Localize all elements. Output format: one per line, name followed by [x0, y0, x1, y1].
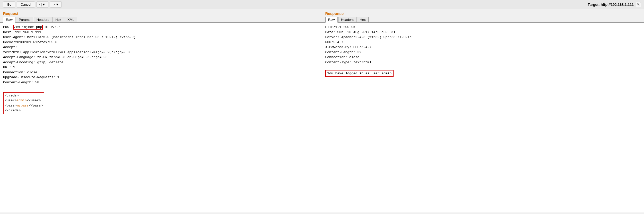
tab-hex-request[interactable]: Hex	[53, 17, 64, 22]
tab-headers-response[interactable]: Headers	[338, 17, 356, 22]
tab-xml-request[interactable]: XML	[65, 17, 77, 22]
toolbar-left: Go Cancel <|▼ >|▼	[3, 2, 62, 7]
request-panel: Request Raw Params Headers Hex XML POST …	[0, 9, 322, 212]
request-title: Request	[0, 9, 322, 17]
tab-headers-request[interactable]: Headers	[34, 17, 52, 22]
response-headers-text: HTTP/1.1 200 OK Date: Sun, 20 Aug 2017 1…	[325, 25, 412, 64]
response-tabs: Raw Headers Hex	[322, 17, 644, 23]
target-area: Target: http://192.168.1.111 ✎	[588, 2, 641, 7]
creds-pass-value: mypass	[17, 104, 29, 108]
request-content[interactable]: POST /xmlinject.php HTTP/1.1 Host: 192.1…	[0, 23, 322, 212]
http-version: HTTP/1.1 Host: 192.168.1.111 User-Agent:…	[3, 25, 136, 89]
creds-user-value: admin	[17, 99, 27, 102]
forward-button[interactable]: >|▼	[50, 2, 62, 7]
tab-hex-response[interactable]: Hex	[357, 17, 369, 22]
logged-in-message: You have logged in as user admin	[325, 70, 394, 77]
response-title: Response	[322, 9, 644, 17]
back-button[interactable]: <|▼	[37, 2, 48, 7]
go-button[interactable]: Go	[3, 2, 15, 7]
cancel-button[interactable]: Cancel	[17, 2, 35, 7]
panels: Request Raw Params Headers Hex XML POST …	[0, 9, 644, 212]
response-content[interactable]: HTTP/1.1 200 OK Date: Sun, 20 Aug 2017 1…	[322, 23, 644, 212]
tab-raw-request[interactable]: Raw	[3, 17, 15, 23]
request-tabs: Raw Params Headers Hex XML	[0, 17, 322, 23]
tab-raw-response[interactable]: Raw	[325, 17, 338, 23]
toolbar: Go Cancel <|▼ >|▼ Target: http://192.168…	[0, 0, 644, 9]
xml-path-highlight: /xmlinject.php	[13, 25, 43, 30]
creds-block: <creds> <user>admin</user> <pass>mypass<…	[3, 92, 44, 114]
target-label: Target: http://192.168.1.111	[588, 3, 634, 7]
post-method: POST	[3, 25, 13, 29]
edit-target-icon[interactable]: ✎	[636, 2, 641, 7]
tab-params-request[interactable]: Params	[16, 17, 33, 22]
response-panel: Response Raw Headers Hex HTTP/1.1 200 OK…	[322, 9, 644, 212]
